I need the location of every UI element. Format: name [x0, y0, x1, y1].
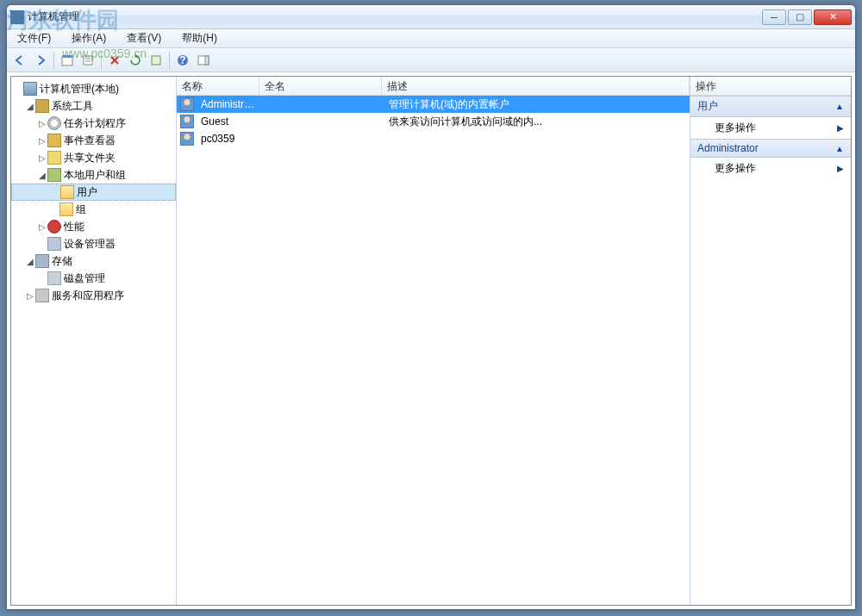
content-area: 计算机管理(本地) ◢ 系统工具 ▷ 任务计划程序 ▷ 事件查看器 ▷ 共享文件… [10, 76, 852, 606]
minimize-button[interactable]: ─ [762, 9, 786, 25]
tools-icon [35, 99, 49, 113]
column-desc[interactable]: 描述 [382, 77, 690, 95]
list-row[interactable]: Guest 供来宾访问计算机或访问域的内... [177, 113, 690, 130]
new-button[interactable] [58, 51, 77, 70]
refresh-button[interactable] [126, 51, 145, 70]
tree-groups[interactable]: 组 [11, 201, 176, 218]
service-icon [35, 289, 49, 302]
titlebar[interactable]: 计算机管理 ─ ▢ ✕ [7, 5, 855, 29]
tree-label: 任务计划程序 [64, 116, 126, 131]
user-icon [180, 97, 194, 111]
storage-icon [35, 254, 49, 268]
action-pane: 操作 用户 ▲ 更多操作 ▶ Administrator ▲ 更多操作 ▶ [690, 77, 851, 605]
event-icon [47, 134, 61, 147]
menubar: 文件(F) 操作(A) 查看(V) 帮助(H) [7, 29, 855, 48]
column-fullname[interactable]: 全名 [259, 77, 382, 95]
expander-icon[interactable]: ▷ [25, 291, 35, 301]
folder-icon [59, 202, 73, 216]
tree-device-manager[interactable]: 设备管理器 [11, 235, 176, 252]
tree-pane[interactable]: 计算机管理(本地) ◢ 系统工具 ▷ 任务计划程序 ▷ 事件查看器 ▷ 共享文件… [11, 77, 177, 605]
collapse-icon[interactable]: ▲ [835, 102, 844, 111]
device-icon [47, 237, 61, 251]
window-title: 计算机管理 [28, 9, 762, 24]
menu-action[interactable]: 操作(A) [66, 29, 111, 47]
expander-icon[interactable]: ◢ [25, 102, 35, 111]
menu-view[interactable]: 查看(V) [122, 29, 166, 47]
tree-label: 服务和应用程序 [52, 289, 124, 303]
tree-system-tools[interactable]: ◢ 系统工具 [11, 97, 176, 115]
properties-button[interactable] [78, 51, 97, 70]
action-label: 更多操作 [715, 121, 756, 135]
expander-icon[interactable]: ▷ [37, 136, 47, 146]
tree-root[interactable]: 计算机管理(本地) [11, 80, 176, 97]
tree-label: 共享文件夹 [64, 151, 116, 165]
action-more-users[interactable]: 更多操作 ▶ [690, 117, 851, 139]
main-window: 计算机管理 ─ ▢ ✕ 文件(F) 操作(A) 查看(V) 帮助(H) ? [6, 4, 856, 610]
user-icon [180, 132, 194, 146]
toolbar-separator [169, 52, 170, 69]
svg-rect-5 [152, 56, 160, 65]
tree-label: 设备管理器 [64, 237, 116, 252]
tree-task-scheduler[interactable]: ▷ 任务计划程序 [11, 115, 176, 132]
tree-users[interactable]: 用户 [11, 184, 176, 201]
cell-name: pc0359 [196, 133, 261, 145]
clock-icon [47, 116, 61, 130]
tree-label: 磁盘管理 [64, 271, 105, 286]
expander-icon[interactable]: ▷ [37, 119, 47, 128]
svg-text:?: ? [179, 54, 185, 66]
tree-services-apps[interactable]: ▷ 服务和应用程序 [11, 287, 176, 304]
svg-rect-9 [205, 56, 209, 65]
tree-disk-management[interactable]: 磁盘管理 [11, 270, 176, 287]
chevron-right-icon: ▶ [837, 164, 844, 173]
expander-icon[interactable]: ▷ [37, 222, 47, 232]
export-button[interactable] [147, 51, 166, 70]
users-group-icon [47, 168, 61, 182]
toolbar-separator [101, 52, 102, 69]
performance-icon [47, 220, 61, 233]
disk-icon [47, 271, 61, 285]
list-header: 名称 全名 描述 [177, 77, 690, 96]
tree-label: 事件查看器 [64, 134, 116, 148]
menu-file[interactable]: 文件(F) [12, 29, 56, 47]
app-icon [10, 10, 24, 24]
tree-performance[interactable]: ▷ 性能 [11, 218, 176, 235]
tree-event-viewer[interactable]: ▷ 事件查看器 [11, 132, 176, 149]
tree-shared-folders[interactable]: ▷ 共享文件夹 [11, 149, 176, 166]
actions-pane-button[interactable] [194, 51, 213, 70]
share-icon [47, 151, 61, 165]
action-label: 更多操作 [715, 161, 756, 176]
tree-storage[interactable]: ◢ 存储 [11, 252, 176, 270]
tree-label: 用户 [77, 185, 97, 200]
folder-icon [60, 185, 74, 199]
back-button[interactable] [10, 51, 29, 70]
svg-rect-2 [84, 56, 92, 65]
tree-label: 本地用户和组 [64, 168, 126, 183]
action-more-administrator[interactable]: 更多操作 ▶ [690, 158, 851, 179]
maximize-button[interactable]: ▢ [788, 9, 812, 25]
menu-help[interactable]: 帮助(H) [177, 29, 222, 47]
computer-icon [23, 82, 37, 96]
tree-local-users-groups[interactable]: ◢ 本地用户和组 [11, 166, 176, 184]
list-body[interactable]: Administrat... 管理计算机(域)的内置帐户 Guest 供来宾访问… [177, 96, 690, 605]
cell-name: Administrat... [196, 98, 261, 110]
action-section-users[interactable]: 用户 ▲ [690, 96, 851, 117]
forward-button[interactable] [31, 51, 50, 70]
close-button[interactable]: ✕ [814, 9, 852, 25]
help-button[interactable]: ? [173, 51, 192, 70]
cell-desc: 供来宾访问计算机或访问域的内... [384, 115, 690, 129]
expander-icon[interactable]: ▷ [37, 153, 47, 163]
collapse-icon[interactable]: ▲ [835, 144, 844, 153]
list-row[interactable]: Administrat... 管理计算机(域)的内置帐户 [177, 96, 690, 113]
delete-button[interactable] [105, 51, 124, 70]
expander-icon[interactable]: ◢ [37, 171, 47, 180]
expander-icon[interactable]: ◢ [25, 257, 35, 266]
action-section-administrator[interactable]: Administrator ▲ [690, 139, 851, 158]
action-pane-title: 操作 [690, 77, 851, 96]
column-name[interactable]: 名称 [177, 77, 259, 95]
toolbar-separator [53, 52, 54, 69]
list-row[interactable]: pc0359 [177, 130, 690, 147]
user-icon [180, 115, 194, 128]
section-label: 用户 [697, 99, 718, 114]
tree-label: 计算机管理(本地) [40, 82, 119, 96]
svg-rect-0 [62, 57, 72, 65]
